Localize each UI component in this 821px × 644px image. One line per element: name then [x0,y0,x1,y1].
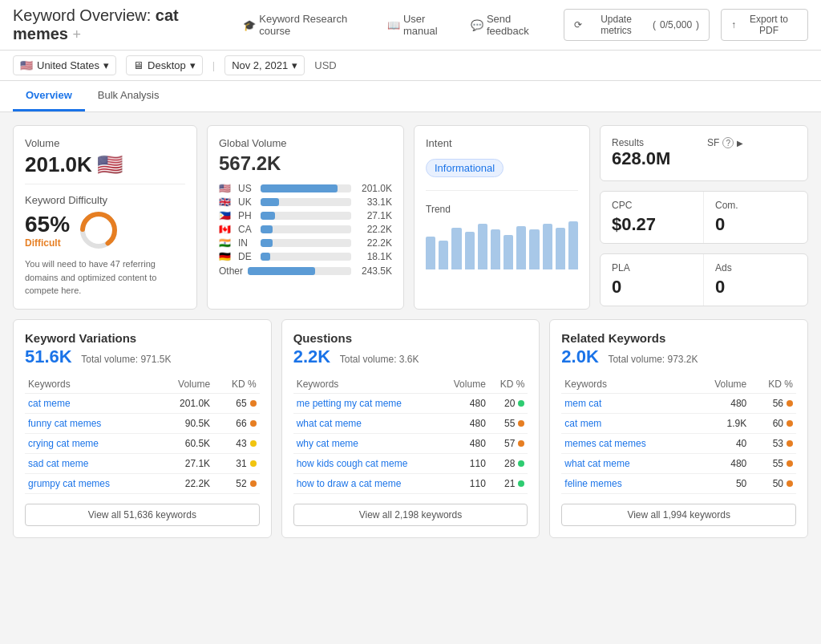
country-code: US [238,183,256,194]
keyword-link[interactable]: funny cat memes [25,413,156,433]
send-feedback-link[interactable]: 💬 Send feedback [471,13,553,37]
tab-overview[interactable]: Overview [13,81,85,111]
right-cards: Results 628.0M SF ? ▶ CPC [600,125,808,310]
trend-bar [465,232,475,269]
trend-section: Trend [426,204,578,269]
view-all-q-button[interactable]: View all 2,198 keywords [293,504,528,526]
feedback-icon: 💬 [471,19,483,31]
table-row: why cat meme 480 57 [293,433,528,453]
other-val: 243.5K [356,265,392,277]
q-count: 2.2K [293,346,330,367]
view-all-kv-button[interactable]: View all 51,636 keywords [25,504,260,526]
table-row: how kids cough cat meme 110 28 [293,453,528,473]
view-all-rk-button[interactable]: View all 1,994 keywords [561,504,796,526]
kw-volume: 480 [441,433,489,453]
manual-icon: 📖 [387,19,400,31]
device-selector[interactable]: 🖥 Desktop ▾ [126,55,203,75]
keyword-link[interactable]: cat meme [25,393,156,413]
table-row: cat mem 1.9K 60 [561,413,796,433]
play-icon[interactable]: ▶ [737,139,743,148]
kv-total-vol: Total volume: 971.5K [81,354,171,365]
intent-badge: Informational [426,159,504,177]
country-bar-val: 33.1K [356,196,392,208]
rk-total-vol: Total volume: 973.2K [608,354,698,365]
kd-difficulty: Difficult [25,237,70,249]
other-row: Other 243.5K [219,265,392,277]
kv-header: Keyword Variations 51.6K Total volume: 9… [25,331,260,367]
add-keyword-button[interactable]: + [73,26,82,43]
country-bar-row: 🇩🇪 DE 18.1K [219,251,392,262]
ads-cell: Ads 0 [704,254,807,306]
rk-col-keywords: Keywords [561,375,692,394]
metrics-row: Volume 201.0K 🇺🇸 Keyword Difficulty 65% … [13,125,808,310]
table-row: cat meme 201.0K 65 [25,393,260,413]
table-row: grumpy cat memes 22.2K 52 [25,473,260,493]
pla-value: 0 [612,277,692,298]
chevron-down-icon: ▾ [103,59,109,71]
keyword-link[interactable]: me petting my cat meme [293,393,441,413]
trend-bar [529,229,539,269]
keyword-link[interactable]: grumpy cat memes [25,473,156,493]
keyword-link[interactable]: cat mem [561,413,692,433]
kd-dot [518,420,524,427]
kd-dot [787,480,793,487]
keyword-link[interactable]: what cat meme [293,413,441,433]
kd-description: You will need to have 47 referring domai… [25,257,185,298]
com-label: Com. [715,200,796,211]
sf-block: SF ? ▶ [707,137,796,169]
date-selector[interactable]: Nov 2, 2021 ▾ [224,55,305,75]
keyword-link[interactable]: crying cat meme [25,433,156,453]
results-block: Results 628.0M [612,137,701,169]
country-bar-val: 27.1K [356,210,392,221]
rk-col-volume: Volume [693,375,750,394]
com-value: 0 [715,214,796,235]
update-metrics-button[interactable]: ⟳ Update metrics (0/5,000) [564,9,710,41]
kv-col-volume: Volume [156,375,213,394]
keyword-research-course-link[interactable]: 🎓 Keyword Research course [243,13,376,37]
tab-bulk-analysis[interactable]: Bulk Analysis [85,81,172,111]
kv-col-keywords: Keywords [25,375,156,394]
keyword-link[interactable]: how kids cough cat meme [293,453,441,473]
country-bar-outer [261,225,351,233]
country-bar-inner [261,184,338,192]
volume-label: Volume [25,137,185,149]
kd-dot [250,460,257,467]
country-flag: 🇩🇪 [219,251,233,262]
results-sf-grid: Results 628.0M SF ? ▶ [612,137,796,169]
kw-kd: 31 [213,453,260,473]
country-flag: 🇬🇧 [219,196,233,208]
kw-volume: 480 [693,393,750,413]
country-bar-val: 201.0K [356,183,392,194]
kd-dot [250,480,257,487]
country-bar-inner [261,239,273,247]
keyword-link[interactable]: sad cat meme [25,453,156,473]
country-bar-outer [261,212,351,220]
keyword-link[interactable]: what cat meme [561,453,692,473]
desktop-icon: 🖥 [133,59,144,71]
q-col-kd: KD % [489,375,528,394]
intent-label: Intent [426,137,578,149]
main-content: Volume 201.0K 🇺🇸 Keyword Difficulty 65% … [0,112,821,551]
keyword-link[interactable]: why cat meme [293,433,441,453]
intent-section: Intent Informational [426,137,578,177]
kd-dot [250,440,257,447]
question-icon[interactable]: ? [722,137,734,148]
kv-title: Keyword Variations [25,331,260,345]
kw-kd: 53 [750,433,796,453]
rk-title: Related Keywords [561,331,796,345]
keyword-link[interactable]: how to draw a cat meme [293,473,441,493]
export-pdf-button[interactable]: ↑ Export to PDF [721,9,808,41]
us-flag: 🇺🇸 [20,59,33,71]
us-flag-inline: 🇺🇸 [97,152,123,177]
keyword-link[interactable]: feline memes [561,473,692,493]
country-flag: 🇵🇭 [219,210,233,221]
keyword-link[interactable]: mem cat [561,393,692,413]
keyword-link[interactable]: memes cat memes [561,433,692,453]
country-selector[interactable]: 🇺🇸 United States ▾ [13,55,116,75]
country-bar-outer [261,239,351,247]
results-label: Results [612,137,701,148]
cpc-label: CPC [612,200,692,211]
kw-kd: 56 [750,393,796,413]
table-row: feline memes 50 50 [561,473,796,493]
user-manual-link[interactable]: 📖 User manual [387,13,459,37]
